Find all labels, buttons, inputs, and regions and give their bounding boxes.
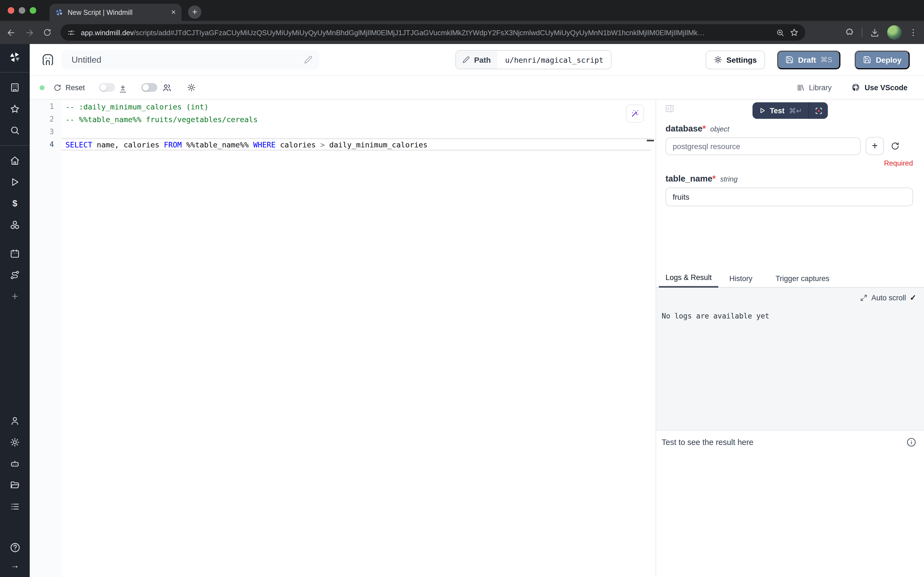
deploy-button[interactable]: Deploy bbox=[855, 50, 910, 69]
info-icon[interactable] bbox=[906, 437, 916, 447]
diff-toggle[interactable] bbox=[99, 83, 115, 92]
code-line-current[interactable]: 4 SELECT name, calories FROM %%table_nam… bbox=[30, 138, 655, 151]
expand-logs-icon[interactable] bbox=[860, 294, 868, 301]
sidebar-item-favorites[interactable] bbox=[10, 104, 20, 114]
script-path-chip[interactable]: Path u/henri/magical_script bbox=[456, 50, 612, 69]
sidebar-item-home[interactable] bbox=[10, 156, 20, 166]
use-vscode-button[interactable]: Use VScode bbox=[852, 83, 908, 92]
sidebar-item-search[interactable] bbox=[10, 126, 20, 135]
sidebar-item-workers[interactable] bbox=[10, 459, 20, 469]
code-line[interactable]: 2 -- %%table_name%% fruits/vegetables/ce… bbox=[30, 113, 655, 126]
draft-button[interactable]: Draft ⌘S bbox=[777, 50, 841, 69]
windmill-app: $ + bbox=[0, 44, 924, 577]
sidebar-item-settings[interactable] bbox=[10, 437, 20, 447]
table-name-input[interactable] bbox=[665, 188, 913, 206]
forward-icon[interactable] bbox=[25, 28, 34, 37]
browser-menu-icon[interactable]: ⋮ bbox=[909, 27, 918, 37]
script-title-input[interactable] bbox=[71, 54, 304, 65]
tab-close-icon[interactable]: ✕ bbox=[171, 9, 176, 16]
play-icon bbox=[10, 177, 20, 187]
reload-icon[interactable] bbox=[43, 28, 52, 37]
capture-run-button[interactable] bbox=[809, 102, 828, 119]
list-icon bbox=[10, 502, 20, 511]
field-label-database: database* object bbox=[665, 124, 913, 134]
refresh-resources-icon[interactable] bbox=[890, 141, 900, 151]
sidebar-item-add[interactable]: + bbox=[12, 292, 18, 301]
zoom-page-icon[interactable] bbox=[776, 28, 784, 37]
sidebar-item-workspace[interactable] bbox=[10, 82, 20, 92]
line-number: 2 bbox=[30, 115, 54, 123]
script-topbar: Path u/henri/magical_script Settings Dra… bbox=[30, 44, 924, 76]
required-asterisk: * bbox=[713, 174, 716, 183]
required-asterisk: * bbox=[702, 124, 706, 133]
database-resource-input[interactable] bbox=[665, 137, 861, 155]
sidebar-item-user[interactable] bbox=[10, 416, 20, 426]
auto-scroll-control[interactable]: Auto scroll ✓ bbox=[860, 293, 916, 302]
close-window-button[interactable] bbox=[8, 7, 14, 14]
extensions-icon[interactable] bbox=[845, 28, 854, 37]
editor-toolbar: Reset ± Library bbox=[30, 76, 924, 100]
ai-assistant-button[interactable] bbox=[626, 105, 644, 122]
play-icon bbox=[759, 107, 765, 114]
field-type: string bbox=[720, 175, 738, 183]
downloads-icon[interactable] bbox=[870, 28, 879, 37]
browser-tab[interactable]: New Script | Windmill ✕ bbox=[50, 4, 182, 21]
collapse-panel-icon[interactable] bbox=[665, 104, 674, 113]
sidebar-item-runs[interactable] bbox=[10, 177, 20, 187]
edit-pencil-icon[interactable] bbox=[304, 56, 312, 64]
code-editor[interactable]: 1 -- :daily_minimum_calories (int) 2 -- … bbox=[30, 100, 655, 577]
users-icon bbox=[162, 83, 171, 92]
code-line[interactable]: 1 -- :daily_minimum_calories (int) bbox=[30, 100, 655, 113]
site-settings-icon[interactable] bbox=[67, 28, 76, 37]
script-title-field[interactable] bbox=[61, 50, 319, 69]
line-number: 4 bbox=[30, 140, 54, 148]
result-tabs: Logs & Result History Trigger captures bbox=[656, 269, 924, 288]
tab-history[interactable]: History bbox=[723, 269, 759, 288]
auto-scroll-label: Auto scroll bbox=[871, 293, 906, 302]
bookmark-star-icon[interactable] bbox=[790, 28, 798, 37]
sidebar-item-folders[interactable] bbox=[10, 480, 20, 490]
sidebar-item-routes[interactable] bbox=[10, 270, 20, 280]
app-sidebar: $ + bbox=[0, 44, 30, 577]
toolbar-divider bbox=[862, 27, 863, 37]
url-text: app.windmill.dev/scripts/add#JTdCJTIyaGF… bbox=[81, 28, 771, 37]
user-icon bbox=[10, 416, 20, 426]
postgresql-icon bbox=[41, 53, 55, 67]
windmill-logo[interactable] bbox=[9, 51, 21, 66]
test-button[interactable]: Test ⌘↵ bbox=[752, 102, 808, 119]
sidebar-item-groups[interactable] bbox=[10, 502, 20, 511]
library-button[interactable]: Library bbox=[796, 83, 832, 92]
reset-button[interactable]: Reset bbox=[53, 83, 85, 92]
minimize-window-button[interactable] bbox=[19, 7, 25, 14]
windmill-favicon bbox=[55, 8, 63, 16]
reset-label: Reset bbox=[66, 83, 85, 92]
sidebar-item-resources[interactable] bbox=[10, 220, 20, 230]
sidebar-item-help[interactable] bbox=[10, 542, 20, 553]
code-line[interactable]: 3 bbox=[30, 126, 655, 138]
sidebar-item-variables[interactable]: $ bbox=[12, 198, 17, 208]
collab-toggle[interactable] bbox=[141, 83, 157, 92]
draft-shortcut: ⌘S bbox=[820, 56, 832, 64]
capture-frame-icon bbox=[815, 106, 823, 115]
library-icon bbox=[796, 83, 804, 92]
settings-button[interactable]: Settings bbox=[705, 50, 765, 69]
sidebar-expand-button[interactable]: → bbox=[10, 561, 19, 571]
route-icon bbox=[10, 270, 20, 280]
calendar-icon bbox=[10, 249, 20, 258]
profile-avatar[interactable] bbox=[887, 25, 901, 40]
content-split: 1 -- :daily_minimum_calories (int) 2 -- … bbox=[30, 100, 924, 577]
zoom-window-button[interactable] bbox=[30, 7, 36, 14]
add-resource-button[interactable]: + bbox=[866, 137, 884, 155]
new-tab-button[interactable]: + bbox=[188, 5, 201, 19]
editor-settings-gear-icon[interactable] bbox=[187, 83, 196, 92]
cubes-icon bbox=[10, 220, 20, 230]
robot-icon bbox=[10, 459, 20, 469]
draft-label: Draft bbox=[798, 55, 816, 64]
address-bar[interactable]: app.windmill.dev/scripts/add#JTdCJTIyaGF… bbox=[61, 24, 805, 41]
back-icon[interactable] bbox=[6, 28, 16, 37]
tab-logs-result[interactable]: Logs & Result bbox=[659, 269, 718, 288]
sidebar-item-schedules[interactable] bbox=[10, 249, 20, 258]
tab-trigger-captures[interactable]: Trigger captures bbox=[769, 269, 836, 288]
refresh-icon bbox=[53, 83, 61, 92]
line-number: 1 bbox=[30, 102, 54, 111]
